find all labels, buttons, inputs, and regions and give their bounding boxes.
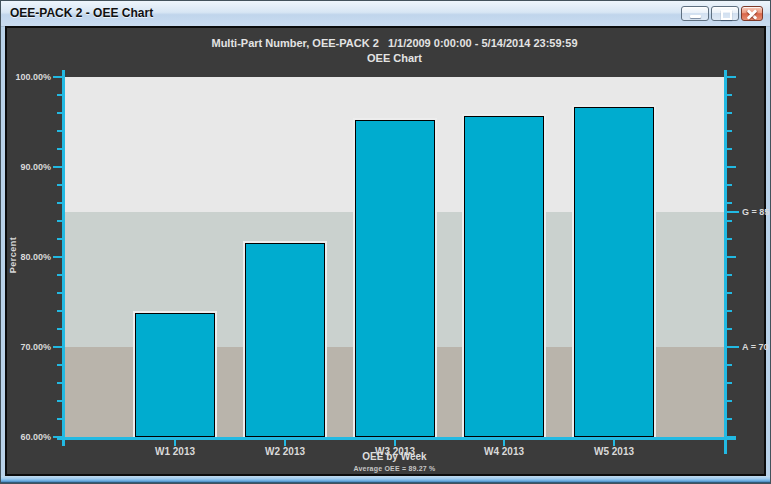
y-axis-left: [62, 70, 65, 446]
window-controls: [681, 6, 763, 21]
y-axis-tick: [727, 148, 732, 150]
app-window: OEE-PACK 2 - OEE Chart Multi-Part Number…: [0, 0, 771, 484]
threshold-label: A = 70: [742, 342, 768, 352]
plot-area: 100.00%90.00%80.00%70.00%60.00%G = 85A =…: [7, 28, 764, 474]
threshold-tick: [727, 211, 739, 213]
y-axis-tick: [57, 112, 62, 114]
y-axis-tick: [57, 328, 62, 330]
y-axis-tick: [57, 274, 62, 276]
y-axis-tick: [727, 184, 732, 186]
y-axis-tick: [727, 76, 736, 78]
y-tick-label: 80.00%: [0, 252, 51, 262]
x-axis-title: OEE by Week: [65, 451, 724, 462]
y-axis-tick: [727, 202, 732, 204]
window-title: OEE-PACK 2 - OEE Chart: [10, 6, 153, 20]
y-axis-tick: [57, 382, 62, 384]
y-axis-tick: [53, 346, 62, 348]
y-axis-tick: [727, 94, 732, 96]
y-axis-tick: [57, 220, 62, 222]
y-axis-right: [724, 70, 727, 454]
y-tick-label: 100.00%: [0, 72, 51, 82]
y-tick-label: 90.00%: [0, 162, 51, 172]
y-axis-tick: [53, 436, 62, 438]
y-axis-tick: [727, 436, 736, 438]
restore-icon: [721, 10, 732, 20]
y-axis-tick: [57, 238, 62, 240]
bar-w1-2013[interactable]: [135, 313, 215, 437]
y-axis-tick: [57, 184, 62, 186]
y-axis-tick: [57, 292, 62, 294]
restore-button[interactable]: [711, 6, 739, 21]
close-button[interactable]: [741, 6, 763, 21]
titlebar: OEE-PACK 2 - OEE Chart: [1, 1, 770, 27]
y-axis-tick: [57, 400, 62, 402]
y-axis-tick: [727, 310, 732, 312]
y-axis-tick: [53, 166, 62, 168]
y-axis-tick: [57, 130, 62, 132]
y-axis-tick: [57, 94, 62, 96]
y-tick-label: 70.00%: [0, 342, 51, 352]
y-axis-tick: [53, 76, 62, 78]
threshold-tick: [727, 346, 739, 348]
minimize-button[interactable]: [681, 6, 709, 21]
y-axis-tick: [727, 292, 732, 294]
bar-w2-2013[interactable]: [245, 243, 325, 437]
bar-w3-2013[interactable]: [355, 120, 435, 437]
y-axis-tick: [727, 256, 736, 258]
y-axis-tick: [57, 202, 62, 204]
y-tick-label: 60.00%: [0, 432, 51, 442]
y-axis-tick: [57, 148, 62, 150]
y-axis-tick: [727, 274, 732, 276]
y-axis-tick: [727, 400, 732, 402]
average-oee-note: Average OEE = 89.27 %: [65, 465, 724, 472]
y-axis-tick: [727, 382, 732, 384]
y-axis-tick: [57, 310, 62, 312]
y-axis-tick: [57, 418, 62, 420]
y-axis-tick: [727, 220, 732, 222]
bar-w4-2013[interactable]: [464, 116, 544, 437]
minimize-icon: [690, 15, 701, 18]
bar-w5-2013[interactable]: [574, 107, 654, 437]
y-axis-tick: [727, 364, 732, 366]
y-axis-tick: [727, 112, 732, 114]
y-axis-tick: [727, 166, 736, 168]
x-axis: [57, 437, 736, 440]
y-axis-tick: [727, 130, 732, 132]
chart-canvas: Multi-Part Number, OEE-PACK 2 1/1/2009 0…: [5, 26, 766, 476]
threshold-label: G = 85: [742, 207, 769, 217]
y-axis-tick: [53, 256, 62, 258]
y-axis-tick: [57, 364, 62, 366]
y-axis-tick: [727, 328, 732, 330]
window-bottom-edge: [1, 476, 770, 483]
close-icon: [746, 9, 758, 20]
y-axis-tick: [727, 418, 732, 420]
y-axis-tick: [727, 238, 732, 240]
